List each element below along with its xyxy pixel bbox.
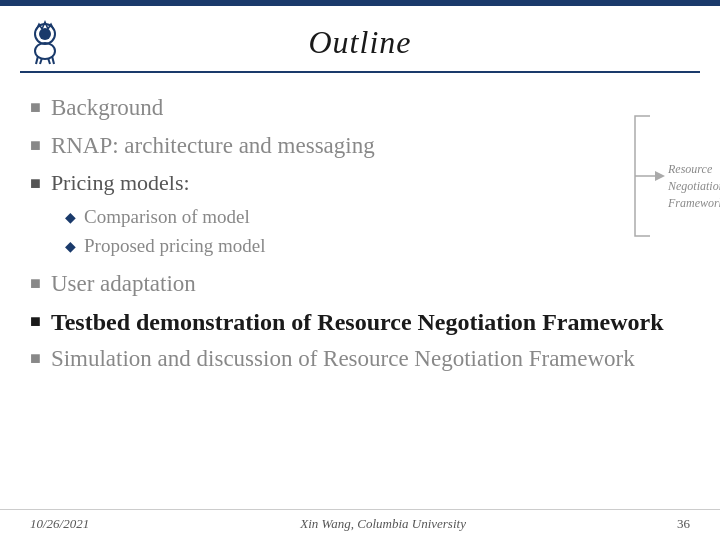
footer-date: 10/26/2021 [30,516,89,532]
bullet-background: ■ Background [30,93,690,123]
bullet-text-user: User adaptation [51,269,690,299]
bullet-text-testbed: Testbed demonstration of Resource Negoti… [51,307,690,338]
bullet-text-simulation: Simulation and discussion of Resource Ne… [51,344,690,374]
bullet-text-pricing: Pricing models: [51,169,690,198]
sub-bullet-proposed: ◆ Proposed pricing model [65,234,690,259]
svg-marker-8 [655,171,665,181]
slide-title: Outline [309,24,412,61]
main-bullet-list: ■ Background ■ RNAP: architecture and me… [30,93,690,205]
bullet-text-rnap: RNAP: architecture and messaging [51,131,690,161]
bullet-testbed: ■ Testbed demonstration of Resource Nego… [30,307,690,338]
sub-bullet-text-comparison: Comparison of model [84,205,250,230]
sub-bullet-list: ◆ Comparison of model ◆ Proposed pricing… [30,205,690,262]
sub-bullet-comparison: ◆ Comparison of model [65,205,690,230]
bullet-simulation: ■ Simulation and discussion of Resource … [30,344,690,374]
footer: 10/26/2021 Xin Wang, Columbia University… [0,509,720,540]
bullet-rnap: ■ RNAP: architecture and messaging [30,131,690,161]
bullet-icon-testbed: ■ [30,310,41,333]
diamond-icon-proposed: ◆ [65,238,76,256]
bullet-text-background: Background [51,93,690,123]
bullet-icon-user: ■ [30,272,41,295]
lower-bullet-list: ■ User adaptation ■ Testbed demonstratio… [30,269,690,382]
bullet-icon-simulation: ■ [30,347,41,370]
rnf-label-line1: Resource Negotiation [668,162,720,193]
sub-bullet-text-proposed: Proposed pricing model [84,234,266,259]
bullet-icon-rnap: ■ [30,134,41,157]
bullet-user: ■ User adaptation [30,269,690,299]
content-area: ■ Background ■ RNAP: architecture and me… [0,73,720,509]
svg-line-3 [36,56,38,64]
header: Outline [0,6,720,71]
footer-page-number: 36 [677,516,690,532]
rnf-label-line2: Framework [668,196,720,210]
slide: Outline ■ Background ■ RNAP: architectur… [0,0,720,540]
bullet-pricing: ■ Pricing models: [30,169,690,198]
footer-author: Xin Wang, Columbia University [300,516,466,532]
svg-point-1 [39,28,51,40]
bracket-annotation: Resource Negotiation Framework [630,111,700,245]
svg-line-6 [52,56,54,64]
bullet-icon-pricing: ■ [30,172,41,195]
bullet-icon-background: ■ [30,96,41,119]
rnf-label: Resource Negotiation Framework [668,161,720,211]
logo [20,16,70,66]
diamond-icon-comparison: ◆ [65,209,76,227]
